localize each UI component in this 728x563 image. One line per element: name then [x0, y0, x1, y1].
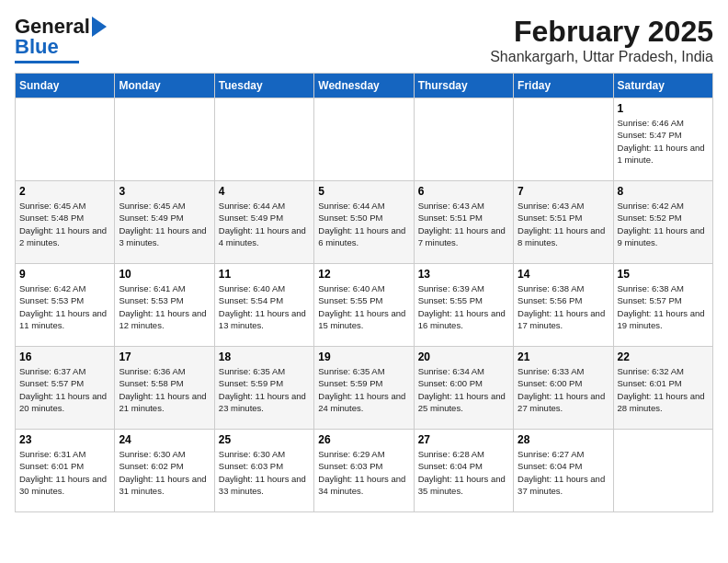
day-info: Sunrise: 6:34 AM Sunset: 6:00 PM Dayligh…: [418, 365, 509, 414]
logo-blue: Blue: [15, 35, 59, 59]
calendar-cell: 8Sunrise: 6:42 AM Sunset: 5:52 PM Daylig…: [613, 181, 712, 264]
calendar-cell: [314, 98, 414, 181]
logo-arrow-icon: [92, 17, 107, 37]
calendar-week-row: 2Sunrise: 6:45 AM Sunset: 5:48 PM Daylig…: [16, 181, 713, 264]
calendar-cell: 25Sunrise: 6:30 AM Sunset: 6:03 PM Dayli…: [214, 430, 313, 512]
day-info: Sunrise: 6:40 AM Sunset: 5:55 PM Dayligh…: [318, 282, 409, 331]
calendar-cell: 9Sunrise: 6:42 AM Sunset: 5:53 PM Daylig…: [16, 264, 115, 347]
col-header-monday: Monday: [115, 74, 214, 98]
col-header-saturday: Saturday: [613, 74, 712, 98]
day-info: Sunrise: 6:44 AM Sunset: 5:50 PM Dayligh…: [318, 200, 409, 248]
day-info: Sunrise: 6:38 AM Sunset: 5:57 PM Dayligh…: [618, 282, 709, 331]
day-info: Sunrise: 6:33 AM Sunset: 6:00 PM Dayligh…: [518, 365, 609, 414]
calendar-cell: 4Sunrise: 6:44 AM Sunset: 5:49 PM Daylig…: [214, 181, 313, 264]
calendar-cell: 10Sunrise: 6:41 AM Sunset: 5:53 PM Dayli…: [115, 264, 214, 347]
day-number: 2: [19, 185, 110, 198]
calendar-cell: 23Sunrise: 6:31 AM Sunset: 6:01 PM Dayli…: [16, 430, 115, 512]
day-number: 11: [219, 268, 310, 281]
day-info: Sunrise: 6:30 AM Sunset: 6:02 PM Dayligh…: [119, 448, 210, 497]
day-info: Sunrise: 6:32 AM Sunset: 6:01 PM Dayligh…: [618, 365, 709, 414]
calendar-cell: 16Sunrise: 6:37 AM Sunset: 5:57 PM Dayli…: [16, 347, 115, 430]
day-number: 8: [618, 185, 709, 198]
day-number: 28: [518, 433, 609, 446]
day-info: Sunrise: 6:44 AM Sunset: 5:49 PM Dayligh…: [219, 200, 310, 248]
day-number: 1: [618, 102, 709, 115]
col-header-friday: Friday: [514, 74, 613, 98]
day-number: 12: [318, 268, 409, 281]
calendar-cell: [613, 430, 712, 512]
day-number: 9: [19, 268, 110, 281]
calendar-cell: [414, 98, 513, 181]
day-info: Sunrise: 6:42 AM Sunset: 5:53 PM Dayligh…: [19, 282, 110, 331]
month-year-title: February 2025: [490, 15, 713, 49]
day-info: Sunrise: 6:46 AM Sunset: 5:47 PM Dayligh…: [618, 117, 709, 166]
day-info: Sunrise: 6:39 AM Sunset: 5:55 PM Dayligh…: [418, 282, 509, 331]
day-number: 4: [219, 185, 310, 198]
calendar-body: 1Sunrise: 6:46 AM Sunset: 5:47 PM Daylig…: [16, 98, 713, 512]
day-info: Sunrise: 6:40 AM Sunset: 5:54 PM Dayligh…: [219, 282, 310, 331]
calendar-week-row: 16Sunrise: 6:37 AM Sunset: 5:57 PM Dayli…: [16, 347, 713, 430]
day-number: 24: [119, 433, 210, 446]
calendar-cell: 21Sunrise: 6:33 AM Sunset: 6:00 PM Dayli…: [514, 347, 613, 430]
day-info: Sunrise: 6:36 AM Sunset: 5:58 PM Dayligh…: [119, 365, 210, 414]
day-info: Sunrise: 6:27 AM Sunset: 6:04 PM Dayligh…: [518, 448, 609, 497]
day-number: 25: [219, 433, 310, 446]
day-number: 5: [318, 185, 409, 198]
calendar-cell: 22Sunrise: 6:32 AM Sunset: 6:01 PM Dayli…: [613, 347, 712, 430]
day-info: Sunrise: 6:43 AM Sunset: 5:51 PM Dayligh…: [418, 200, 509, 248]
day-info: Sunrise: 6:30 AM Sunset: 6:03 PM Dayligh…: [219, 448, 310, 497]
calendar-cell: 1Sunrise: 6:46 AM Sunset: 5:47 PM Daylig…: [613, 98, 712, 181]
day-info: Sunrise: 6:35 AM Sunset: 5:59 PM Dayligh…: [219, 365, 310, 414]
day-number: 22: [618, 350, 709, 363]
calendar-cell: [16, 98, 115, 181]
day-info: Sunrise: 6:45 AM Sunset: 5:48 PM Dayligh…: [19, 200, 110, 248]
calendar-cell: 18Sunrise: 6:35 AM Sunset: 5:59 PM Dayli…: [214, 347, 313, 430]
day-number: 13: [418, 268, 509, 281]
calendar-cell: 12Sunrise: 6:40 AM Sunset: 5:55 PM Dayli…: [314, 264, 414, 347]
logo: General Blue: [15, 15, 107, 63]
day-info: Sunrise: 6:28 AM Sunset: 6:04 PM Dayligh…: [418, 448, 509, 497]
day-info: Sunrise: 6:41 AM Sunset: 5:53 PM Dayligh…: [119, 282, 210, 331]
page-header: General Blue February 2025 Shankargarh, …: [15, 15, 713, 65]
day-number: 26: [318, 433, 409, 446]
calendar-cell: 14Sunrise: 6:38 AM Sunset: 5:56 PM Dayli…: [514, 264, 613, 347]
day-number: 15: [618, 268, 709, 281]
calendar-cell: 24Sunrise: 6:30 AM Sunset: 6:02 PM Dayli…: [115, 430, 214, 512]
day-info: Sunrise: 6:31 AM Sunset: 6:01 PM Dayligh…: [19, 448, 110, 497]
day-number: 27: [418, 433, 509, 446]
calendar-cell: 6Sunrise: 6:43 AM Sunset: 5:51 PM Daylig…: [414, 181, 513, 264]
calendar-cell: 15Sunrise: 6:38 AM Sunset: 5:57 PM Dayli…: [613, 264, 712, 347]
day-number: 16: [19, 350, 110, 363]
col-header-thursday: Thursday: [414, 74, 513, 98]
calendar-week-row: 1Sunrise: 6:46 AM Sunset: 5:47 PM Daylig…: [16, 98, 713, 181]
calendar-header-row: SundayMondayTuesdayWednesdayThursdayFrid…: [16, 74, 713, 98]
location-subtitle: Shankargarh, Uttar Pradesh, India: [490, 49, 713, 65]
title-area: February 2025 Shankargarh, Uttar Pradesh…: [490, 15, 713, 65]
day-number: 6: [418, 185, 509, 198]
calendar-week-row: 9Sunrise: 6:42 AM Sunset: 5:53 PM Daylig…: [16, 264, 713, 347]
calendar-cell: 2Sunrise: 6:45 AM Sunset: 5:48 PM Daylig…: [16, 181, 115, 264]
calendar-cell: 5Sunrise: 6:44 AM Sunset: 5:50 PM Daylig…: [314, 181, 414, 264]
day-info: Sunrise: 6:29 AM Sunset: 6:03 PM Dayligh…: [318, 448, 409, 497]
day-number: 19: [318, 350, 409, 363]
calendar-cell: 27Sunrise: 6:28 AM Sunset: 6:04 PM Dayli…: [414, 430, 513, 512]
day-number: 14: [518, 268, 609, 281]
day-number: 20: [418, 350, 509, 363]
day-number: 7: [518, 185, 609, 198]
day-info: Sunrise: 6:37 AM Sunset: 5:57 PM Dayligh…: [19, 365, 110, 414]
calendar-cell: 26Sunrise: 6:29 AM Sunset: 6:03 PM Dayli…: [314, 430, 414, 512]
col-header-tuesday: Tuesday: [214, 74, 313, 98]
calendar-cell: 20Sunrise: 6:34 AM Sunset: 6:00 PM Dayli…: [414, 347, 513, 430]
calendar-cell: [115, 98, 214, 181]
day-info: Sunrise: 6:42 AM Sunset: 5:52 PM Dayligh…: [618, 200, 709, 248]
calendar-cell: 28Sunrise: 6:27 AM Sunset: 6:04 PM Dayli…: [514, 430, 613, 512]
calendar-table: SundayMondayTuesdayWednesdayThursdayFrid…: [15, 73, 713, 512]
day-number: 3: [119, 185, 210, 198]
calendar-cell: 17Sunrise: 6:36 AM Sunset: 5:58 PM Dayli…: [115, 347, 214, 430]
day-info: Sunrise: 6:38 AM Sunset: 5:56 PM Dayligh…: [518, 282, 609, 331]
day-number: 21: [518, 350, 609, 363]
day-number: 10: [119, 268, 210, 281]
calendar-cell: 7Sunrise: 6:43 AM Sunset: 5:51 PM Daylig…: [514, 181, 613, 264]
calendar-cell: 13Sunrise: 6:39 AM Sunset: 5:55 PM Dayli…: [414, 264, 513, 347]
day-number: 17: [119, 350, 210, 363]
